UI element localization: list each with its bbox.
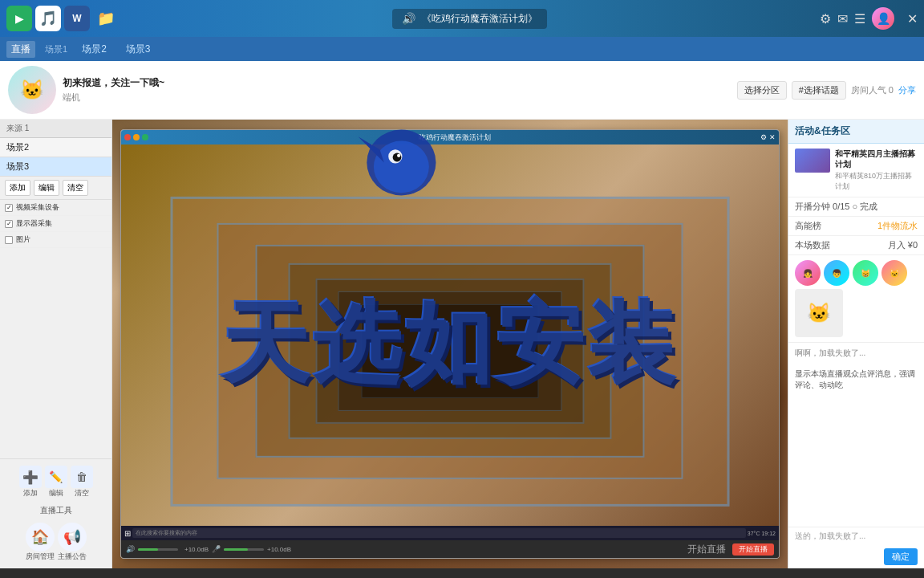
avatar-2: 👦 [824,260,849,286]
room-stat: 房间人气 0 [851,84,894,96]
inner-vol-slider[interactable] [138,548,178,551]
btn-min-inner[interactable] [133,134,140,140]
inner-content: 🔊 +10.0dB 🎤 +10.0dB 开始直播 开始直播 ⊞ [121,144,779,558]
source-toolbar: 添加 编辑 清空 [0,177,111,200]
source-display[interactable]: ✓ 显示器采集 [0,216,111,232]
btn-tool-clear2[interactable]: 🗑 清空 [71,466,93,499]
right-panel-item-1: 和平精英四月主播招募计划 和平精英810万主播招募计划 [788,144,924,197]
play-icon[interactable]: ▶ [6,6,32,31]
source-display-label: 显示器采集 [16,218,52,229]
left-sidebar: 来源 1 场景2 场景3 添加 编辑 清空 ✓ 视频采集设备 ✓ 显示器采集 图… [0,120,112,568]
source-image-label: 图片 [16,234,30,245]
right-high-energy: 高能榜 1件物流水 [788,217,924,236]
douyin-icon[interactable]: 🎵 [35,6,61,31]
inner-settings[interactable]: ⚙ [760,133,767,141]
btn-tool-add[interactable]: ➕ 添加 [19,466,42,499]
folder-icon[interactable]: 📁 [93,6,119,31]
right-item-info: 和平精英四月主播招募计划 和平精英810万主播招募计划 [835,149,918,192]
tunnel-3 [256,245,644,458]
btn-anchor[interactable]: 📢 主播公告 [58,523,87,562]
scene-item-2[interactable]: 场景2 [0,138,111,157]
btn-tool-add-label: 添加 [23,488,38,499]
progress-text: 开播分钟 0/15 ○ 完成 [795,201,877,213]
btn-edit[interactable]: 编辑 [34,180,59,196]
top-app-bar: ▶ 🎵 W 📁 🔊 《吃鸡行动魔吞激活计划》 ⚙ ✉ ☰ 👤 ✕ [0,0,924,37]
inner-search-bar[interactable]: 在此搜索你要搜索的内容 [132,528,746,538]
btn-add[interactable]: 添加 [5,180,30,196]
right-item-title: 和平精英四月主播招募计划 [835,149,918,169]
checkbox-video[interactable]: ✓ [5,204,13,212]
speaker-icon[interactable]: 🔊 [402,12,415,25]
stream-tag: 端机 [63,92,731,104]
tab-scene2[interactable]: 场景2 [77,41,111,58]
inner-vol-fill [138,548,158,551]
close-icon[interactable]: ✕ [907,11,918,26]
nav-bar: 直播 场景1 场景2 场景3 [0,37,924,61]
action-row-2: 🏠 房间管理 📢 主播公告 [6,523,105,562]
btn-close-inner[interactable] [124,134,131,140]
inner-bottom-bar: 🔊 +10.0dB 🎤 +10.0dB 开始直播 开始直播 [121,540,779,558]
settings-icon-top[interactable]: ⚙ [820,11,831,26]
source-image[interactable]: 图片 [0,232,111,248]
high-energy-val: 1件物流水 [877,220,918,232]
inner-start-stream-btn[interactable]: 开始直播 [732,543,774,556]
message-icon[interactable]: ✉ [837,11,848,26]
menu-icon[interactable]: ☰ [854,11,865,26]
high-energy-label: 高能榜 [795,220,821,232]
tab-scene3[interactable]: 场景3 [121,41,156,58]
checkbox-display[interactable]: ✓ [5,220,13,228]
inner-db-right: +10.0dB [267,546,291,553]
stream-header: 🐱 初来报道，关注一下哦~ 端机 选择分区 #选择话题 房间人气 0 分享 [0,61,924,120]
tunnel-6 [338,291,562,411]
stream-main-title: 《吃鸡行动魔吞激活计划》 [422,12,537,26]
scene-item-3[interactable]: 场景3 [0,157,111,177]
avatar-top[interactable]: 👤 [872,7,894,30]
checkbox-image[interactable] [5,236,13,244]
large-avatar-panel: 🐱 [795,289,843,337]
inner-vol-icon[interactable]: 🔊 [126,545,135,553]
inner-stream-window[interactable]: 吃鸡行动魔吞激活计划 ⚙ ✕ [120,129,780,559]
avatar-group: 👧 👦 😸 🐱 🐱 [788,255,924,342]
live-tool-label: 直播工具 [6,505,105,516]
btn-tool-edit2[interactable]: ✏️ 编辑 [45,466,67,499]
btn-select-zone[interactable]: 选择分区 [737,81,787,100]
right-item-sub: 和平精英810万主播招募计划 [835,171,918,192]
inner-time: 19:12 [761,531,776,536]
btn-tool-clear-label: 清空 [75,488,89,499]
content-area: 吃鸡行动魔吞激活计划 ⚙ ✕ [112,120,788,568]
inner-controls: ⚙ ✕ [760,133,776,141]
tunnel-4 [288,263,611,439]
share-btn[interactable]: 分享 [898,84,916,96]
action-row-1: ➕ 添加 ✏️ 编辑 🗑 清空 [6,466,105,499]
inner-cpu-temp: 37°C [748,531,760,536]
top-bar-center: 🔊 《吃鸡行动魔吞激活计划》 [124,9,815,29]
source-video[interactable]: ✓ 视频采集设备 [0,200,111,216]
inner-mic-slider[interactable] [224,548,264,551]
inner-mic-icon[interactable]: 🎤 [212,545,221,553]
btn-clear[interactable]: 清空 [63,180,88,196]
stream-title-bar: 🔊 《吃鸡行动魔吞激活计划》 [392,9,547,29]
btn-room-manage[interactable]: 🏠 房间管理 [26,523,55,562]
tunnel-1 [171,196,730,506]
btn-max-inner[interactable] [142,134,148,140]
tunnel-7 [361,304,538,398]
word-icon[interactable]: W [64,6,90,31]
inner-db-left: +10.0dB [184,546,209,553]
tunnel-2 [217,223,683,479]
inner-close[interactable]: ✕ [769,133,776,141]
tab-live[interactable]: 直播 [6,41,35,58]
inner-titlebar: 吃鸡行动魔吞激活计划 ⚙ ✕ [121,130,779,144]
inner-start-btn[interactable]: 开始直播 [687,543,726,556]
app-icons: ▶ 🎵 W 📁 [6,6,119,31]
inner-start-icon[interactable]: ⊞ [124,529,131,538]
btn-confirm-right[interactable]: 确定 [884,548,918,565]
header-actions: 选择分区 #选择话题 房间人气 0 分享 [737,81,916,100]
right-data: 本场数据 月入 ¥0 [788,236,924,255]
avatar-4: 🐱 [881,260,907,286]
btn-anchor-label: 主播公告 [58,552,87,562]
inner-search-text: 在此搜索你要搜索的内容 [136,529,197,537]
btn-select-topic[interactable]: #选择话题 [792,81,846,100]
source-label: 来源 1 [0,120,111,138]
right-progress: 开播分钟 0/15 ○ 完成 [788,197,924,217]
top-bar-right: ⚙ ✉ ☰ 👤 ✕ [820,7,918,30]
